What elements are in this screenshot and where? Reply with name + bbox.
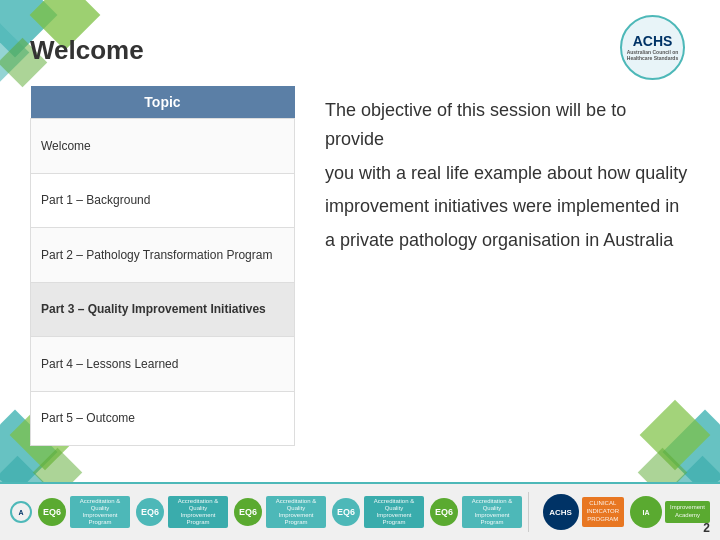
equip-badge-2: EQ6	[136, 498, 164, 526]
body-text: The objective of this session will be to…	[325, 86, 690, 446]
body-line2: you with a real life example about how q…	[325, 159, 690, 188]
improvement-badge: ImprovementAcademy	[665, 501, 710, 523]
table-row-row-part4: Part 4 – Lessons Learned	[31, 337, 295, 392]
footer-separator	[528, 492, 529, 532]
equip-text-2: Accreditation & QualityImprovement Progr…	[168, 496, 228, 529]
footer-achs-text: ACHS	[549, 508, 572, 517]
table-header: Topic	[31, 86, 295, 119]
equip-text-5: Accreditation & QualityImprovement Progr…	[462, 496, 522, 529]
logo-achs-text: ACHS	[627, 34, 679, 49]
equip-badge-5: EQ6	[430, 498, 458, 526]
logo-area: ACHS Australian Council onHealthcare Sta…	[620, 15, 700, 75]
equip-badge-2-group: EQ6 Accreditation & QualityImprovement P…	[136, 496, 228, 529]
achs-logo: ACHS Australian Council onHealthcare Sta…	[620, 15, 685, 80]
equip-badge-4-group: EQ6 Accreditation & QualityImprovement P…	[332, 496, 424, 529]
equip-badge-3-group: EQ6 Accreditation & QualityImprovement P…	[234, 496, 326, 529]
table-row-row-part1: Part 1 – Background	[31, 173, 295, 228]
improvement-circle: IA	[630, 496, 662, 528]
table-row-row-part5: Part 5 – Outcome	[31, 391, 295, 446]
clinical-indicator-badge: CLINICALINDICATORPROGRAM	[582, 497, 624, 526]
equip-badge-1: EQ6	[38, 498, 66, 526]
equip-badge-4: EQ6	[332, 498, 360, 526]
table-row-row-welcome: Welcome	[31, 119, 295, 174]
footer-left-logo: A	[10, 501, 32, 523]
main-content: ACHS Australian Council onHealthcare Sta…	[0, 0, 720, 480]
page-title: Welcome	[30, 35, 690, 66]
footer-achs-cluster: ACHS CLINICALINDICATORPROGRAM	[543, 494, 624, 530]
body-line3: improvement initiatives were implemented…	[325, 192, 690, 221]
equip-text-3: Accreditation & QualityImprovement Progr…	[266, 496, 326, 529]
equip-badge-1-group: EQ6 Accreditation & QualityImprovement P…	[38, 496, 130, 529]
body-line4: a private pathology organisation in Aust…	[325, 226, 690, 255]
logo-sub: Australian Council onHealthcare Standard…	[627, 50, 679, 61]
equip-text-4: Accreditation & QualityImprovement Progr…	[364, 496, 424, 529]
footer-achs-circle: ACHS	[543, 494, 579, 530]
improvement-academy-group: IA ImprovementAcademy	[630, 496, 710, 528]
equip-text-1: Accreditation & QualityImprovement Progr…	[70, 496, 130, 529]
table-row-row-part3: Part 3 – Quality Improvement Initiatives	[31, 282, 295, 337]
body-line1: The objective of this session will be to…	[325, 96, 690, 154]
table-row-row-part2: Part 2 – Pathology Transformation Progra…	[31, 228, 295, 283]
content-row: Topic WelcomePart 1 – BackgroundPart 2 –…	[30, 86, 690, 446]
equip-badge-5-group: EQ6 Accreditation & QualityImprovement P…	[430, 496, 522, 529]
equip-badge-3: EQ6	[234, 498, 262, 526]
footer-bar: A EQ6 Accreditation & QualityImprovement…	[0, 482, 720, 540]
page-number: 2	[703, 521, 710, 535]
footer-small-logo: A	[10, 501, 32, 523]
topic-table: Topic WelcomePart 1 – BackgroundPart 2 –…	[30, 86, 295, 446]
